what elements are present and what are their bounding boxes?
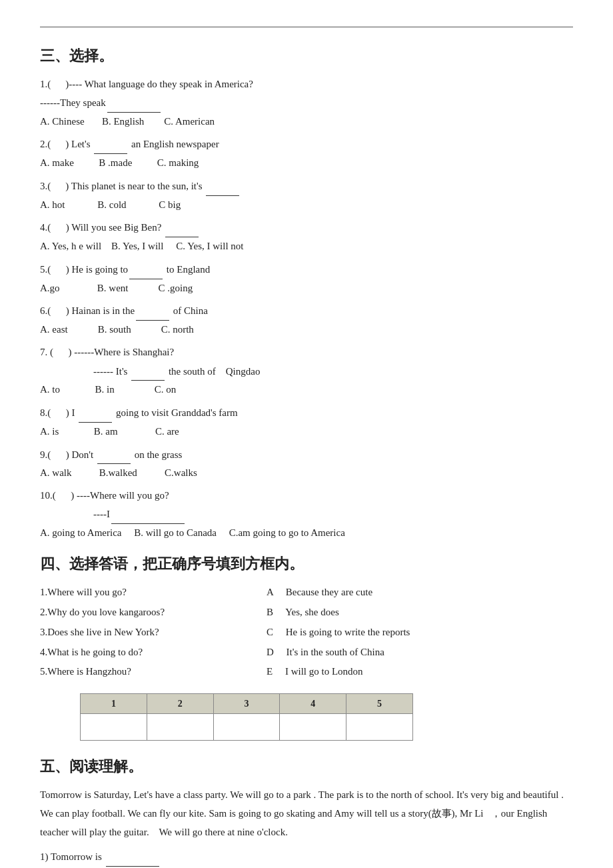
match-left-4: 4.What is he going to do? bbox=[40, 643, 267, 662]
q7-blank bbox=[131, 362, 165, 381]
q3-paren bbox=[51, 177, 65, 196]
q9-options: A. walk B.walked C.walks bbox=[40, 464, 573, 483]
answer-cell-1 bbox=[81, 714, 147, 741]
col-header-1: 1 bbox=[81, 694, 147, 714]
col-header-3: 3 bbox=[213, 694, 280, 714]
question-5: 5.( ) He is going to to England A.go B. … bbox=[40, 260, 573, 298]
q8-options: A. is B. am C. are bbox=[40, 423, 573, 441]
q2-blank bbox=[94, 135, 127, 154]
question-6: 6.( ) Hainan is in the of China A. east … bbox=[40, 301, 573, 339]
question-9: 9.( ) Don't on the grass A. walk B.walke… bbox=[40, 445, 573, 483]
match-right-5: E I will go to London bbox=[267, 663, 573, 681]
q5-blank bbox=[129, 260, 163, 279]
reading-section: Tomorrow is Saturday, Let's have a class… bbox=[40, 786, 573, 868]
match-right-4: D It's in the south of China bbox=[267, 643, 573, 662]
match-left-5: 5.Where is Hangzhou? bbox=[40, 663, 267, 681]
answer-cell-3 bbox=[213, 714, 280, 741]
q7-sub: ------ It's the south of Qingdao bbox=[40, 362, 573, 381]
q9-paren bbox=[51, 446, 66, 465]
top-divider bbox=[40, 27, 573, 27]
answer-input-row bbox=[81, 714, 413, 741]
question-3: 3.( ) This planet is near to the sun, it… bbox=[40, 177, 573, 215]
q1-options: A. Chinese B. English C. American bbox=[40, 113, 573, 131]
match-row-2: 2.Why do you love kangaroos? B Yes, she … bbox=[40, 603, 573, 622]
question-2: 2.( ) Let's an English newspaper A. make… bbox=[40, 135, 573, 173]
question-7: 7. ( ) ------Where is Shanghai? ------ I… bbox=[40, 343, 573, 399]
question-1: 1.( )---- What language do they speak in… bbox=[40, 75, 573, 131]
q2-options: A. make B .made C. making bbox=[40, 154, 573, 173]
answer-cell-2 bbox=[147, 714, 213, 741]
match-left-2: 2.Why do you love kangaroos? bbox=[40, 603, 267, 622]
reading-paragraph: Tomorrow is Saturday, Let's have a class… bbox=[40, 786, 573, 841]
answer-table: 1 2 3 4 5 bbox=[80, 693, 413, 741]
question-10: 10.( ) ----Where will you go? ----I A. g… bbox=[40, 487, 573, 542]
q7-paren bbox=[53, 343, 69, 362]
answer-cell-5 bbox=[346, 714, 413, 741]
answer-header-row: 1 2 3 4 5 bbox=[81, 694, 413, 714]
q8-paren bbox=[51, 404, 66, 423]
match-right-3: C He is going to write the reports bbox=[267, 623, 573, 642]
match-section: 1.Where will you go? A Because they are … bbox=[40, 583, 573, 681]
answer-cell-4 bbox=[280, 714, 346, 741]
q10-paren bbox=[56, 487, 71, 505]
match-right-1: A Because they are cute bbox=[267, 583, 573, 602]
match-row-4: 4.What is he going to do? D It's in the … bbox=[40, 643, 573, 662]
reading-q1-blank bbox=[106, 866, 159, 867]
q6-paren bbox=[51, 302, 66, 321]
q10-sub: ----I bbox=[40, 505, 573, 524]
q6-options: A. east B. south C. north bbox=[40, 321, 573, 339]
col-header-5: 5 bbox=[346, 694, 413, 714]
q8-blank bbox=[79, 403, 112, 423]
q4-paren bbox=[51, 219, 66, 237]
q7-options: A. to B. in C. on bbox=[40, 381, 573, 399]
match-row-3: 3.Does she live in New York? C He is goi… bbox=[40, 623, 573, 642]
question-8: 8.( ) I going to visit Granddad's farm A… bbox=[40, 403, 573, 441]
section3-title: 三、选择。 bbox=[40, 46, 573, 66]
q5-paren bbox=[51, 261, 66, 279]
col-header-2: 2 bbox=[147, 694, 213, 714]
q4-blank bbox=[165, 218, 199, 237]
q5-options: A.go B. went C .going bbox=[40, 279, 573, 298]
q4-options: A. Yes, h e will B. Yes, I will C. Yes, … bbox=[40, 237, 573, 256]
section5-title: 五、阅读理解。 bbox=[40, 757, 573, 777]
reading-q1: 1) Tomorrow is bbox=[40, 848, 573, 867]
q2-paren bbox=[51, 135, 65, 154]
section4-title: 四、选择答语，把正确序号填到方框内。 bbox=[40, 554, 573, 574]
q3-options: A. hot B. cold C big bbox=[40, 196, 573, 215]
match-row-5: 5.Where is Hangzhou? E I will go to Lond… bbox=[40, 663, 573, 681]
q6-blank bbox=[136, 301, 169, 321]
q9-blank bbox=[97, 445, 131, 465]
question-4: 4.( ) Will you see Big Ben? A. Yes, h e … bbox=[40, 218, 573, 256]
col-header-4: 4 bbox=[280, 694, 346, 714]
q10-options: A. going to America B. will go to Canada… bbox=[40, 524, 573, 543]
match-row-1: 1.Where will you go? A Because they are … bbox=[40, 583, 573, 602]
q3-blank bbox=[206, 177, 239, 196]
match-right-2: B Yes, she does bbox=[267, 603, 573, 622]
match-left-3: 3.Does she live in New York? bbox=[40, 623, 267, 642]
match-left-1: 1.Where will you go? bbox=[40, 583, 267, 602]
q1-paren bbox=[51, 75, 65, 94]
